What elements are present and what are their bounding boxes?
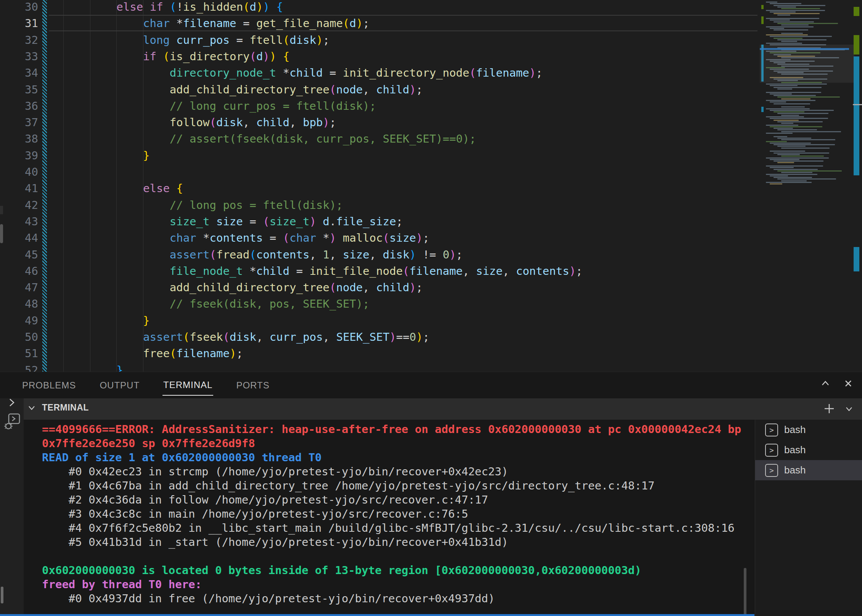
terminal-icon: > (765, 464, 778, 477)
line-number: 32 (0, 32, 38, 48)
terminal-profile-dropdown[interactable] (844, 404, 854, 413)
code-line: 35add_child_directory_tree(node, child); (0, 81, 759, 98)
line-number: 38 (0, 130, 38, 147)
minimap-added-mark (761, 5, 764, 9)
line-number: 46 (0, 263, 38, 279)
code-line-text: add_child_directory_tree(node, child); (170, 81, 423, 98)
code-line: 48// fseek(disk, pos, SEEK_SET); (0, 295, 759, 312)
left-edge-decoration (0, 206, 3, 214)
maximize-panel-button[interactable] (819, 377, 831, 390)
line-number: 43 (0, 213, 38, 230)
code-line-text: add_child_directory_tree(node, child); (170, 279, 423, 296)
terminal-line: #5 0x41b31d in _start (/home/yjo/pretest… (42, 535, 508, 549)
debug-console-icon[interactable] (4, 412, 21, 431)
code-line: 51free(filename); (0, 345, 759, 362)
terminal-line: READ of size 1 at 0x602000000030 thread … (42, 451, 322, 465)
code-line-text: } (116, 362, 123, 372)
code-line: 50assert(fseek(disk, curr_pos, SEEK_SET)… (0, 329, 759, 345)
code-line: 37follow(disk, child, bpb); (0, 114, 759, 131)
terminal-output[interactable]: ==4099666==ERROR: AddressSanitizer: heap… (24, 420, 754, 616)
code-line: 34directory_node_t *child = init_directo… (0, 64, 759, 81)
panel-tab-terminal[interactable]: TERMINAL (162, 374, 213, 396)
minimap-slider[interactable] (760, 45, 854, 83)
terminal-scrollbar[interactable] (744, 568, 746, 615)
plus-icon (822, 402, 836, 415)
code-line: 43size_t size = (size_t) d.file_size; (0, 213, 759, 230)
code-line: 30else if (!is_hidden(d)) { (0, 0, 759, 15)
line-number: 51 (0, 345, 38, 362)
line-number: 34 (0, 64, 38, 81)
close-panel-button[interactable] (842, 377, 854, 390)
terminal-line: ==4099666==ERROR: AddressSanitizer: heap… (42, 422, 741, 436)
code-line-text: // assert(fseek(disk, curr_pos, SEEK_SET… (170, 130, 476, 147)
terminal-tab-label: bash (784, 424, 806, 436)
terminal-section-chevron[interactable] (27, 403, 37, 413)
line-number: 44 (0, 229, 38, 246)
line-number: 35 (0, 81, 38, 98)
line-number: 49 (0, 312, 38, 329)
ruler-modified-mark (854, 56, 859, 175)
left-edge-scrollbar[interactable] (0, 224, 3, 243)
line-number: 33 (0, 48, 38, 65)
terminal-tab-bash-1[interactable]: >bash (755, 420, 862, 440)
terminal-header-band (24, 398, 862, 420)
close-icon (842, 377, 854, 390)
status-accent-line (0, 614, 754, 616)
code-line-text: assert(fread(contents, 1, size, disk) !=… (170, 246, 463, 263)
code-line: 32long curr_pos = ftell(disk); (0, 32, 759, 48)
minimap-added-mark (761, 16, 764, 24)
code-line-text: } (143, 147, 150, 164)
code-line: 42// long pos = ftell(disk); (0, 197, 759, 213)
code-editor[interactable]: 30else if (!is_hidden(d)) {31char *filen… (0, 0, 862, 372)
code-line: 39} (0, 147, 759, 164)
line-number: 47 (0, 279, 38, 296)
code-line-text: directory_node_t *child = init_directory… (170, 64, 543, 81)
panel-tab-problems[interactable]: PROBLEMS (21, 374, 77, 395)
bottom-panel: PROBLEMSOUTPUTTERMINALPORTS (0, 372, 862, 616)
terminal-line: #1 0x4c67ba in add_child_directory_tree … (42, 479, 655, 493)
panel-tab-ports[interactable]: PORTS (235, 374, 270, 395)
code-line: 40 (0, 164, 759, 180)
terminal-icon: > (765, 444, 778, 457)
rail-scrollbar[interactable] (1, 587, 3, 603)
code-line-text: free(filename); (143, 345, 243, 362)
panel-left-rail (0, 398, 24, 616)
terminal-line: #4 0x7f6f2c5e80b2 in __libc_start_main /… (42, 521, 735, 535)
code-line-text: } (143, 312, 150, 329)
terminal-line: #3 0x4c3c8c in main /home/yjo/pretest-yj… (42, 507, 468, 521)
code-line: 41else { (0, 180, 759, 197)
terminal-tab-label: bash (784, 464, 806, 476)
chevron-down-icon (846, 407, 852, 411)
line-number: 39 (0, 147, 38, 164)
line-number: 40 (0, 164, 38, 180)
panel-tab-output[interactable]: OUTPUT (99, 374, 140, 395)
terminal-line: freed by thread T0 here: (42, 578, 202, 592)
terminal-tab-bash-3[interactable]: >bash (755, 460, 862, 480)
new-terminal-button[interactable] (822, 402, 836, 415)
terminal-tab-bash-2[interactable]: >bash (755, 440, 862, 460)
terminal-tabs-list: >bash>bash>bash (755, 420, 862, 616)
overview-ruler[interactable] (854, 0, 862, 372)
code-line: 49} (0, 312, 759, 329)
panel-tab-bar: PROBLEMSOUTPUTTERMINALPORTS (21, 372, 270, 397)
code-line-text: file_node_t *child = init_file_node(file… (170, 263, 583, 279)
terminal-line: #0 0x4937dd in free (/home/yjo/pretest-y… (42, 592, 495, 606)
terminal-icon: > (765, 424, 778, 436)
code-line-text: else { (143, 180, 183, 197)
line-number: 36 (0, 98, 38, 114)
terminal-tab-label: bash (784, 444, 806, 456)
minimap[interactable] (760, 0, 854, 372)
code-line-text: long curr_pos = ftell(disk); (143, 32, 330, 48)
line-number: 42 (0, 197, 38, 213)
code-line: 46file_node_t *child = init_file_node(fi… (0, 263, 759, 279)
code-line: 47add_child_directory_tree(node, child); (0, 279, 759, 296)
code-line-text: assert(fseek(disk, curr_pos, SEEK_SET)==… (143, 329, 429, 345)
code-line-text: char *filename = get_file_name(d); (143, 15, 370, 32)
line-number: 45 (0, 246, 38, 263)
code-line: 44char *contents = (char *) malloc(size)… (0, 229, 759, 246)
code-line: 38// assert(fseek(disk, curr_pos, SEEK_S… (0, 130, 759, 147)
expand-rail-button[interactable] (6, 397, 18, 408)
terminal-section-title: TERMINAL (42, 403, 89, 413)
code-line-text: // long curr_pos = ftell(disk); (170, 98, 376, 114)
code-line-text: // fseek(disk, pos, SEEK_SET); (170, 295, 370, 312)
